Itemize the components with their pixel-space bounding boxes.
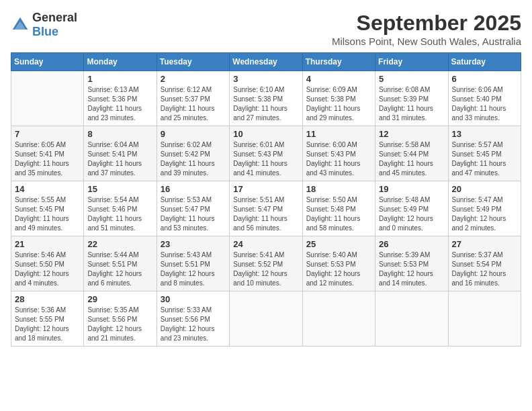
day-number: 2 bbox=[161, 74, 226, 84]
logo: General Blue bbox=[11, 11, 77, 39]
title-area: September 2025 Milsons Point, New South … bbox=[332, 11, 521, 47]
logo-text: General Blue bbox=[32, 11, 77, 39]
header: General Blue September 2025 Milsons Poin… bbox=[11, 11, 521, 47]
cell-info: Sunrise: 5:39 AM Sunset: 5:53 PM Dayligh… bbox=[379, 250, 444, 288]
cell-info: Sunrise: 5:51 AM Sunset: 5:47 PM Dayligh… bbox=[233, 195, 298, 233]
header-day-friday: Friday bbox=[375, 53, 448, 71]
day-number: 30 bbox=[161, 294, 226, 304]
header-day-thursday: Thursday bbox=[302, 53, 375, 71]
day-number: 22 bbox=[87, 239, 152, 249]
day-number: 7 bbox=[15, 129, 80, 139]
day-number: 1 bbox=[87, 74, 152, 84]
logo-icon bbox=[11, 15, 30, 34]
cell-info: Sunrise: 6:02 AM Sunset: 5:42 PM Dayligh… bbox=[161, 140, 226, 178]
header-day-tuesday: Tuesday bbox=[157, 53, 229, 71]
day-number: 24 bbox=[233, 239, 298, 249]
cell-info: Sunrise: 6:04 AM Sunset: 5:41 PM Dayligh… bbox=[87, 140, 152, 178]
cell-info: Sunrise: 5:44 AM Sunset: 5:51 PM Dayligh… bbox=[87, 250, 152, 288]
calendar-cell: 27 Sunrise: 5:37 AM Sunset: 5:54 PM Dayl… bbox=[448, 236, 521, 291]
calendar-cell bbox=[375, 291, 448, 347]
cell-info: Sunrise: 5:35 AM Sunset: 5:56 PM Dayligh… bbox=[87, 306, 152, 343]
calendar-cell: 19 Sunrise: 5:48 AM Sunset: 5:49 PM Dayl… bbox=[375, 181, 448, 236]
cell-info: Sunrise: 5:36 AM Sunset: 5:55 PM Dayligh… bbox=[15, 306, 80, 343]
calendar-cell: 18 Sunrise: 5:50 AM Sunset: 5:48 PM Dayl… bbox=[302, 181, 375, 236]
calendar-cell: 16 Sunrise: 5:53 AM Sunset: 5:47 PM Dayl… bbox=[157, 181, 229, 236]
day-number: 21 bbox=[15, 239, 80, 249]
calendar-week-1: 1 Sunrise: 6:13 AM Sunset: 5:36 PM Dayli… bbox=[11, 71, 521, 126]
day-number: 25 bbox=[306, 239, 371, 249]
day-number: 5 bbox=[379, 74, 444, 84]
calendar-cell: 13 Sunrise: 5:57 AM Sunset: 5:45 PM Dayl… bbox=[448, 126, 521, 181]
calendar-cell: 22 Sunrise: 5:44 AM Sunset: 5:51 PM Dayl… bbox=[84, 236, 157, 291]
day-number: 12 bbox=[379, 129, 444, 139]
calendar-header-row: SundayMondayTuesdayWednesdayThursdayFrid… bbox=[11, 53, 521, 71]
cell-info: Sunrise: 5:48 AM Sunset: 5:49 PM Dayligh… bbox=[379, 195, 444, 233]
calendar-cell: 24 Sunrise: 5:41 AM Sunset: 5:52 PM Dayl… bbox=[230, 236, 302, 291]
calendar-cell: 9 Sunrise: 6:02 AM Sunset: 5:42 PM Dayli… bbox=[157, 126, 229, 181]
cell-info: Sunrise: 6:05 AM Sunset: 5:41 PM Dayligh… bbox=[15, 140, 80, 178]
header-day-monday: Monday bbox=[84, 53, 157, 71]
cell-info: Sunrise: 6:13 AM Sunset: 5:36 PM Dayligh… bbox=[87, 85, 152, 123]
day-number: 6 bbox=[452, 74, 517, 84]
calendar-cell: 29 Sunrise: 5:35 AM Sunset: 5:56 PM Dayl… bbox=[84, 291, 157, 347]
day-number: 27 bbox=[452, 239, 517, 249]
cell-info: Sunrise: 6:12 AM Sunset: 5:37 PM Dayligh… bbox=[161, 85, 226, 123]
calendar-cell: 10 Sunrise: 6:01 AM Sunset: 5:43 PM Dayl… bbox=[230, 126, 302, 181]
calendar-cell: 25 Sunrise: 5:40 AM Sunset: 5:53 PM Dayl… bbox=[302, 236, 375, 291]
calendar-week-5: 28 Sunrise: 5:36 AM Sunset: 5:55 PM Dayl… bbox=[11, 291, 521, 347]
header-day-sunday: Sunday bbox=[11, 53, 84, 71]
calendar-cell: 20 Sunrise: 5:47 AM Sunset: 5:49 PM Dayl… bbox=[448, 181, 521, 236]
calendar-cell: 6 Sunrise: 6:06 AM Sunset: 5:40 PM Dayli… bbox=[448, 71, 521, 126]
calendar-body: 1 Sunrise: 6:13 AM Sunset: 5:36 PM Dayli… bbox=[11, 71, 521, 347]
calendar-week-2: 7 Sunrise: 6:05 AM Sunset: 5:41 PM Dayli… bbox=[11, 126, 521, 181]
cell-info: Sunrise: 6:10 AM Sunset: 5:38 PM Dayligh… bbox=[233, 85, 298, 123]
calendar-cell bbox=[11, 71, 84, 126]
cell-info: Sunrise: 5:43 AM Sunset: 5:51 PM Dayligh… bbox=[161, 250, 226, 288]
header-day-saturday: Saturday bbox=[448, 53, 521, 71]
cell-info: Sunrise: 5:37 AM Sunset: 5:54 PM Dayligh… bbox=[452, 250, 517, 288]
day-number: 18 bbox=[306, 184, 371, 194]
day-number: 11 bbox=[306, 129, 371, 139]
calendar-week-3: 14 Sunrise: 5:55 AM Sunset: 5:45 PM Dayl… bbox=[11, 181, 521, 236]
logo-blue: Blue bbox=[32, 25, 58, 38]
calendar-cell: 26 Sunrise: 5:39 AM Sunset: 5:53 PM Dayl… bbox=[375, 236, 448, 291]
calendar-cell: 5 Sunrise: 6:08 AM Sunset: 5:39 PM Dayli… bbox=[375, 71, 448, 126]
cell-info: Sunrise: 6:06 AM Sunset: 5:40 PM Dayligh… bbox=[452, 85, 517, 123]
calendar-cell: 30 Sunrise: 5:33 AM Sunset: 5:56 PM Dayl… bbox=[157, 291, 229, 347]
day-number: 4 bbox=[306, 74, 371, 84]
day-number: 17 bbox=[233, 184, 298, 194]
cell-info: Sunrise: 5:55 AM Sunset: 5:45 PM Dayligh… bbox=[15, 195, 80, 233]
cell-info: Sunrise: 5:50 AM Sunset: 5:48 PM Dayligh… bbox=[306, 195, 371, 233]
header-day-wednesday: Wednesday bbox=[230, 53, 302, 71]
day-number: 20 bbox=[452, 184, 517, 194]
cell-info: Sunrise: 6:09 AM Sunset: 5:38 PM Dayligh… bbox=[306, 85, 371, 123]
cell-info: Sunrise: 5:33 AM Sunset: 5:56 PM Dayligh… bbox=[161, 306, 226, 343]
calendar-table: SundayMondayTuesdayWednesdayThursdayFrid… bbox=[11, 52, 521, 347]
day-number: 10 bbox=[233, 129, 298, 139]
day-number: 19 bbox=[379, 184, 444, 194]
cell-info: Sunrise: 6:01 AM Sunset: 5:43 PM Dayligh… bbox=[233, 140, 298, 178]
day-number: 16 bbox=[161, 184, 226, 194]
calendar-cell: 17 Sunrise: 5:51 AM Sunset: 5:47 PM Dayl… bbox=[230, 181, 302, 236]
month-title: September 2025 bbox=[332, 11, 521, 36]
cell-info: Sunrise: 5:46 AM Sunset: 5:50 PM Dayligh… bbox=[15, 250, 80, 288]
calendar-cell: 12 Sunrise: 5:58 AM Sunset: 5:44 PM Dayl… bbox=[375, 126, 448, 181]
calendar-week-4: 21 Sunrise: 5:46 AM Sunset: 5:50 PM Dayl… bbox=[11, 236, 521, 291]
calendar-cell: 14 Sunrise: 5:55 AM Sunset: 5:45 PM Dayl… bbox=[11, 181, 84, 236]
calendar-cell bbox=[230, 291, 302, 347]
day-number: 14 bbox=[15, 184, 80, 194]
calendar-cell: 28 Sunrise: 5:36 AM Sunset: 5:55 PM Dayl… bbox=[11, 291, 84, 347]
day-number: 29 bbox=[87, 294, 152, 304]
cell-info: Sunrise: 6:08 AM Sunset: 5:39 PM Dayligh… bbox=[379, 85, 444, 123]
cell-info: Sunrise: 5:58 AM Sunset: 5:44 PM Dayligh… bbox=[379, 140, 444, 178]
day-number: 9 bbox=[161, 129, 226, 139]
cell-info: Sunrise: 6:00 AM Sunset: 5:43 PM Dayligh… bbox=[306, 140, 371, 178]
calendar-cell: 8 Sunrise: 6:04 AM Sunset: 5:41 PM Dayli… bbox=[84, 126, 157, 181]
cell-info: Sunrise: 5:53 AM Sunset: 5:47 PM Dayligh… bbox=[161, 195, 226, 233]
calendar-cell: 23 Sunrise: 5:43 AM Sunset: 5:51 PM Dayl… bbox=[157, 236, 229, 291]
calendar-cell: 15 Sunrise: 5:54 AM Sunset: 5:46 PM Dayl… bbox=[84, 181, 157, 236]
cell-info: Sunrise: 5:41 AM Sunset: 5:52 PM Dayligh… bbox=[233, 250, 298, 288]
cell-info: Sunrise: 5:40 AM Sunset: 5:53 PM Dayligh… bbox=[306, 250, 371, 288]
cell-info: Sunrise: 5:47 AM Sunset: 5:49 PM Dayligh… bbox=[452, 195, 517, 233]
calendar-cell: 11 Sunrise: 6:00 AM Sunset: 5:43 PM Dayl… bbox=[302, 126, 375, 181]
